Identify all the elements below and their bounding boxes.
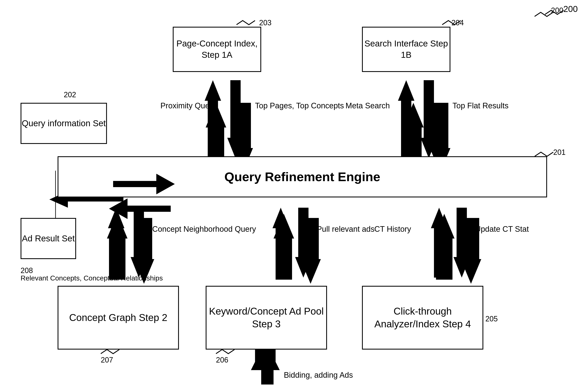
meta-search-text: Meta Search xyxy=(345,101,390,110)
svg-rect-44 xyxy=(298,208,309,257)
svg-marker-45 xyxy=(295,257,312,278)
label-meta-search: Meta Search xyxy=(345,101,390,111)
box-concept-graph-label: Concept Graph Step 2 xyxy=(69,311,167,324)
svg-rect-48 xyxy=(457,208,467,257)
arrow-up-page-concept xyxy=(204,80,222,159)
svg-rect-51 xyxy=(261,368,273,385)
ref-202: 202 xyxy=(64,91,76,99)
ref-206: 206 xyxy=(216,356,228,364)
svg-marker-42 xyxy=(272,208,289,228)
ref-203: 203 xyxy=(259,19,271,27)
box-search-interface: Search Interface Step 1B xyxy=(362,27,450,72)
box-page-concept-label: Page-Concept Index, Step 1A xyxy=(173,38,260,60)
svg-rect-47 xyxy=(434,228,444,278)
box-clickthrough: Click-through Analyzer/Index Step 4 xyxy=(362,286,483,350)
box-query-refinement-label: Query Refinement Engine xyxy=(224,169,380,185)
box-ad-result: Ad Result Set xyxy=(21,218,76,259)
svg-marker-28 xyxy=(205,80,221,101)
svg-marker-31 xyxy=(227,138,244,158)
svg-marker-38 xyxy=(108,208,124,228)
ct-history-text: CT History xyxy=(374,225,411,233)
label-pull-ads: Pull relevant ads xyxy=(317,224,374,234)
svg-rect-29 xyxy=(208,101,218,158)
bidding-text: Bidding, adding Ads xyxy=(284,371,353,379)
svg-rect-33 xyxy=(401,101,411,158)
box-ad-result-label: Ad Result Set xyxy=(22,233,75,244)
top-flat-text: Top Flat Results xyxy=(452,101,508,110)
box-page-concept: Page-Concept Index, Step 1A xyxy=(173,27,261,72)
ref-201: 201 xyxy=(553,148,565,157)
label-bidding: Bidding, adding Ads xyxy=(284,370,353,380)
svg-marker-32 xyxy=(398,80,415,101)
arrow-down-page-concept xyxy=(226,80,245,159)
box-clickthrough-label: Click-through Analyzer/Index Step 4 xyxy=(363,305,483,331)
svg-marker-49 xyxy=(453,257,470,278)
update-ct-text: Update CT Stat xyxy=(475,225,529,233)
box-search-interface-label: Search Interface Step 1B xyxy=(363,38,450,60)
label-update-ct: Update CT Stat xyxy=(475,224,529,234)
big-right-arrow xyxy=(109,173,175,196)
label-top-pages: Top Pages, Top Concepts xyxy=(255,101,344,111)
concept-neighborhood-text: Concept Neighborhood Query xyxy=(152,225,256,233)
svg-marker-46 xyxy=(431,208,447,228)
ref-200-label: 200 xyxy=(563,4,578,14)
box-query-info-label: Query information Set xyxy=(22,118,106,129)
ref-205: 205 xyxy=(485,315,498,323)
label-concept-neighborhood: Concept Neighborhood Query xyxy=(152,224,256,234)
box-query-info: Query information Set xyxy=(21,103,107,144)
ref-204: 204 xyxy=(451,19,464,27)
diagram: 200 Page-Concept Index, Step 1A 203 Sear… xyxy=(0,0,588,388)
svg-marker-35 xyxy=(421,138,437,158)
arrow-down-keyword xyxy=(294,208,313,278)
svg-rect-39 xyxy=(111,228,121,278)
svg-rect-30 xyxy=(230,80,241,138)
arrow-down-clickthrough xyxy=(452,208,471,278)
box-keyword-concept-label: Keyword/Concept Ad Pool Step 3 xyxy=(206,305,326,331)
box-concept-graph: Concept Graph Step 2 xyxy=(58,286,179,350)
svg-rect-40 xyxy=(134,208,144,257)
pull-relevant-text: Pull relevant ads xyxy=(317,225,374,233)
arrow-down-concept-graph xyxy=(130,208,148,278)
label-top-flat: Top Flat Results xyxy=(452,101,508,111)
arrow-up-bidding xyxy=(255,350,280,385)
svg-marker-50 xyxy=(256,350,279,368)
box-keyword-concept: Keyword/Concept Ad Pool Step 3 xyxy=(206,286,327,350)
arrow-up-clickthrough xyxy=(430,208,448,278)
svg-rect-43 xyxy=(276,228,286,278)
svg-marker-41 xyxy=(131,257,147,278)
svg-marker-36 xyxy=(113,174,175,194)
arrow-up-search xyxy=(397,80,416,159)
top-pages-text: Top Pages, Top Concepts xyxy=(255,101,344,110)
svg-rect-34 xyxy=(424,80,434,138)
label-ct-history: CT History xyxy=(374,224,411,234)
arrow-up-keyword xyxy=(271,208,290,278)
arrow-up-concept-graph xyxy=(107,208,125,278)
arrow-down-search xyxy=(419,80,438,159)
ref-207: 207 xyxy=(101,356,113,364)
